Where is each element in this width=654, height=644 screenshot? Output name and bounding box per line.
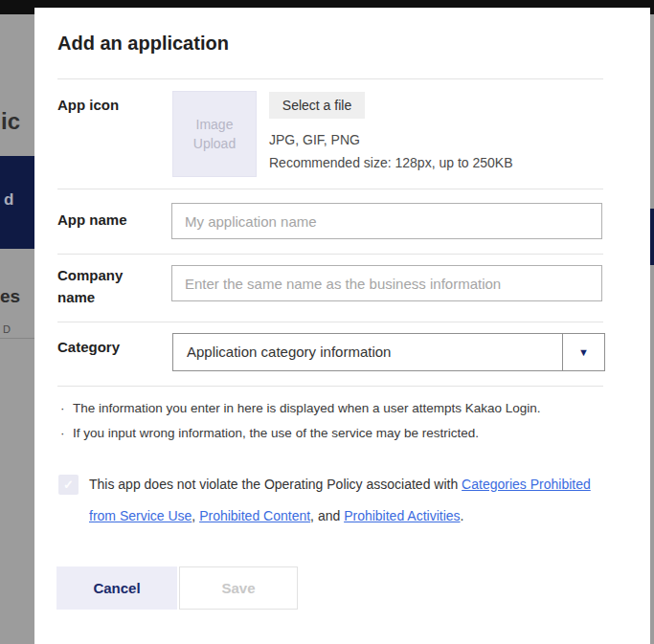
category-label: Category	[57, 336, 153, 358]
app-name-input[interactable]	[171, 203, 602, 239]
divider	[57, 78, 603, 79]
notes-list: · The information you enter in here is d…	[60, 396, 616, 446]
select-file-button[interactable]: Select a file	[269, 92, 365, 119]
divider	[57, 322, 603, 322]
policy-text-after: .	[461, 508, 464, 523]
background-navy-button: d	[0, 156, 34, 249]
app-name-label: App name	[57, 209, 153, 231]
category-select-arrow[interactable]: ▼	[562, 334, 604, 370]
save-button[interactable]: Save	[179, 566, 298, 610]
background-partial-text-small: D	[3, 323, 11, 335]
background-navy-button-label: d	[4, 190, 13, 210]
background-partial-heading: ic	[1, 108, 20, 135]
company-name-input[interactable]	[171, 265, 602, 301]
note-item: · The information you enter in here is d…	[60, 396, 616, 421]
divider	[57, 254, 603, 255]
file-formats-hint: JPG, GIF, PNG	[269, 132, 360, 147]
add-application-modal: Add an application App icon Image Upload…	[34, 8, 650, 644]
policy-separator: ,	[192, 508, 199, 523]
category-select-value: Application category information	[187, 334, 391, 370]
bullet-icon: ·	[60, 421, 73, 446]
policy-statement: This app does not violate the Operating …	[89, 469, 606, 532]
note-text: The information you enter in here is dis…	[73, 396, 541, 421]
modal-title: Add an application	[57, 33, 229, 55]
note-item: · If you input wrong information, the us…	[60, 421, 616, 446]
cancel-button[interactable]: Cancel	[56, 566, 177, 610]
company-name-label: Company name	[57, 264, 153, 308]
divider	[57, 189, 603, 189]
app-icon-label: App icon	[57, 94, 153, 116]
image-upload-placeholder: Image Upload	[186, 115, 243, 153]
caret-down-icon: ▼	[578, 347, 589, 358]
background-partial-text: es	[0, 286, 20, 307]
policy-separator: , and	[310, 508, 344, 523]
background-divider	[0, 338, 34, 339]
note-text: If you input wrong information, the use …	[73, 421, 479, 446]
screen: ic d es D Add an application App icon Im…	[0, 0, 654, 644]
link-prohibited-activities[interactable]: Prohibited Activities	[344, 508, 460, 523]
policy-checkbox[interactable]: ✓	[58, 475, 79, 495]
divider	[57, 386, 603, 387]
image-upload-dropzone[interactable]: Image Upload	[172, 91, 257, 177]
bullet-icon: ·	[60, 396, 73, 421]
category-select[interactable]: Application category information ▼	[172, 333, 605, 371]
recommended-size-hint: Recommended size: 128px, up to 250KB	[269, 155, 513, 170]
link-prohibited-content[interactable]: Prohibited Content	[199, 508, 310, 523]
policy-text-before: This app does not violate the Operating …	[89, 477, 462, 492]
check-icon: ✓	[63, 478, 74, 491]
background-navy-sliver	[650, 209, 654, 265]
